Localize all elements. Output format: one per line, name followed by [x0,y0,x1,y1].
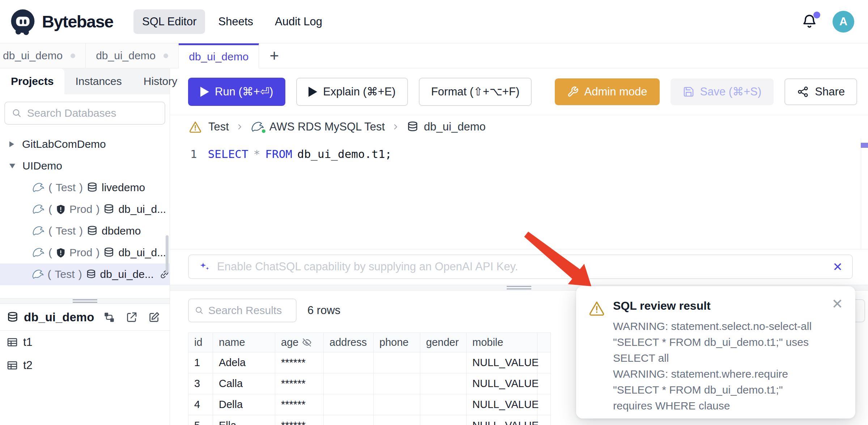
admin-mode-button[interactable]: Admin mode [555,78,660,105]
main-nav: SQL Editor Sheets Audit Log [133,9,331,34]
sheet-tab-2[interactable]: db_ui_demo [86,43,179,68]
unsaved-dot [163,53,168,58]
editor-scrollbar-thumb[interactable] [861,143,868,148]
table-row: 3 Calla ****** NULL_VALUE [188,373,551,394]
breadcrumb-instance[interactable]: AWS RDS MySQL Test [251,120,385,133]
play-icon [309,87,317,97]
format-button[interactable]: Format (⇧+⌥+F) [419,78,532,106]
editor-scrollbar-track [861,138,868,249]
sql-keyword: SELECT [208,146,248,162]
banner-close-icon[interactable]: ✕ [833,260,843,274]
col-age[interactable]: age [275,333,324,352]
sheet-tab-label: db_ui_demo [96,50,156,62]
sheet-tab-3-active[interactable]: db_ui_demo [179,43,259,68]
sidebar-tab-instances[interactable]: Instances [64,68,132,94]
wrench-icon [567,86,579,98]
nav-audit-log[interactable]: Audit Log [266,9,331,34]
share-button[interactable]: Share [784,78,857,105]
nav-sheets[interactable]: Sheets [209,9,262,34]
col-phone[interactable]: phone [374,333,420,352]
search-icon [195,305,204,316]
sql-editor[interactable]: 1 SELECT * FROM db_ui_demo.t1; [170,138,868,249]
selected-database-name: db_ui_demo [24,310,94,324]
database-search[interactable] [4,102,165,125]
search-results-input[interactable] [208,304,290,317]
share-icon [797,86,809,98]
add-tab-button[interactable]: + [259,43,289,68]
warning-triangle-icon [588,300,605,317]
database-icon [407,121,419,133]
schema-diagram-button[interactable] [103,311,115,323]
caret-down-icon[interactable] [9,164,15,168]
table-item-t1[interactable]: t1 [0,331,170,354]
breadcrumb-environment[interactable]: Test [208,120,229,133]
review-warning-rule: WARNING: statement.select.no-select-all [613,318,825,334]
sidebar-splitter[interactable] [0,298,170,304]
col-gender[interactable]: gender [420,333,467,352]
editor-toolbar: Run (⌘+⏎) Explain (⌘+E) Format (⇧+⌥+F) A… [170,68,868,115]
sql-keyword: FROM [265,146,292,162]
table-item-t2[interactable]: t2 [0,354,170,377]
sheet-tabbar: db_ui_demo db_ui_demo db_ui_demo + [0,43,868,68]
project-tree: GitLabComDemo UIDemo ( Test ) livedemo [0,128,170,298]
run-button[interactable]: Run (⌘+⏎) [188,78,285,106]
chatsql-banner-row: Enable ChatSQL capability by supplying a… [170,249,868,285]
app-header: Bytebase SQL Editor Sheets Audit Log A [0,0,868,43]
table-icon [7,360,18,371]
search-databases-input[interactable] [27,107,158,119]
col-id[interactable]: id [188,333,213,352]
warning-triangle-icon [189,120,202,133]
tree-db-prod-2[interactable]: ( Prod ) db_ui_d... [0,242,170,263]
avatar[interactable]: A [833,11,854,33]
sheet-tab-label: db_ui_demo [3,50,63,62]
results-table: id name age a [188,332,551,425]
nav-sql-editor[interactable]: SQL Editor [133,9,205,34]
table-row: 5 Ella ****** NULL_VALUE [188,415,551,425]
database-icon [86,182,98,193]
tree-scrollbar[interactable] [166,235,169,273]
ai-sparkle-icon [198,261,210,272]
shield-prod-icon [56,248,66,258]
sheet-tab-1[interactable]: db_ui_demo [0,43,86,68]
row-count: 6 rows [307,304,340,317]
edit-database-button[interactable] [148,311,160,323]
save-floppy-icon [683,86,694,98]
tree-db-prod-1[interactable]: ( Prod ) db_ui_d... [0,198,170,220]
explain-button[interactable]: Explain (⌘+E) [296,78,408,106]
sidebar-tab-projects[interactable]: Projects [0,68,64,94]
results-search[interactable] [188,299,297,322]
breadcrumb-database[interactable]: db_ui_demo [407,120,486,133]
open-database-button[interactable] [125,311,138,323]
col-address[interactable]: address [324,333,374,352]
bytebase-logo-icon [9,8,36,35]
unsaved-dot [71,53,75,58]
search-icon [12,107,22,119]
col-name[interactable]: name [213,333,275,352]
drag-handle-icon [73,299,97,303]
sql-text: db_ui_demo.t1; [297,146,392,162]
mysql-dolphin-icon [32,269,44,280]
tree-db-selected[interactable]: ( Test ) db_ui_de... [0,263,170,285]
caret-right-icon[interactable] [9,141,14,147]
notifications-button[interactable] [801,14,817,30]
review-warning-detail: "SELECT * FROM db_ui_demo.t1;" requires … [613,384,783,412]
connection-breadcrumb: Test AWS RDS MySQL Test [170,115,868,138]
save-button[interactable]: Save (⌘+S) [671,78,774,105]
schema-diagram-icon [103,311,115,323]
instance-status-dot [261,128,267,134]
chevron-right-icon [391,123,400,131]
tree-project-uidemo[interactable]: UIDemo [0,155,170,177]
table-header-row: id name age a [188,333,551,352]
tree-db-dbdemo[interactable]: ( Test ) dbdemo [0,220,170,242]
brand-title: Bytebase [42,12,113,31]
code-line: 1 SELECT * FROM db_ui_demo.t1; [170,146,868,162]
mysql-dolphin-icon [32,204,45,215]
tree-project-gitlabcomdemo[interactable]: GitLabComDemo [0,133,170,155]
mysql-dolphin-icon [32,247,45,258]
col-extra [537,333,551,352]
col-mobile[interactable]: mobile [467,333,537,352]
tabbar-filler [289,43,868,68]
popup-close-icon[interactable]: ✕ [831,297,843,311]
tree-db-livedemo[interactable]: ( Test ) livedemo [0,177,170,198]
review-warning-detail: "SELECT * FROM db_ui_demo.t1;" uses SELE… [613,336,809,364]
